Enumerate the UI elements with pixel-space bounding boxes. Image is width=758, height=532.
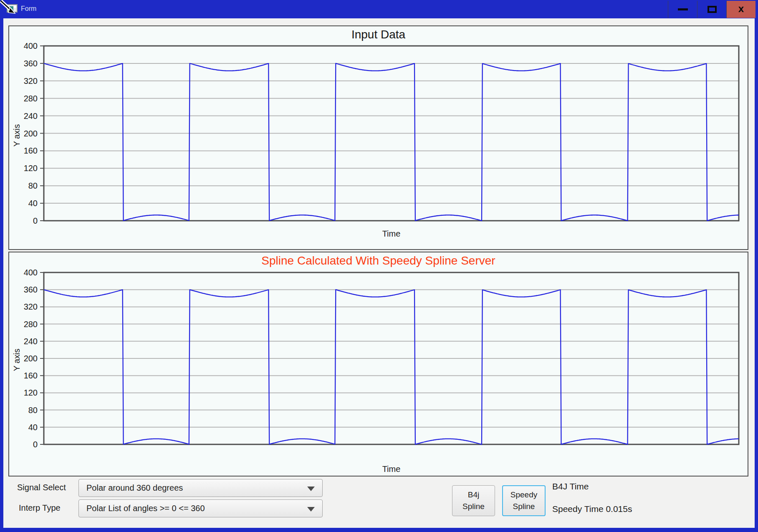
y-axis-label: Y axis [12, 102, 22, 169]
chevron-down-icon [307, 487, 315, 491]
b4j-spline-button-line1: B4j [468, 489, 479, 501]
y-tick-label: 0 [33, 216, 38, 225]
b4j-time-label: B4J Time [552, 482, 589, 492]
signal-select-combobox[interactable]: Polar around 360 degrees [78, 479, 323, 497]
interp-type-label: Interp Type [19, 503, 61, 513]
speedy-time-label: Speedy Time 0.015s [552, 504, 632, 514]
y-tick-label: 200 [24, 129, 38, 138]
y-tick-label: 320 [24, 76, 38, 86]
app-window: Form x 04080120160200240280320360400 Inp… [0, 0, 758, 532]
signal-curve [44, 290, 739, 444]
maximize-button[interactable] [697, 1, 726, 18]
y-tick-label: 360 [24, 59, 38, 68]
chart-title: Input Data [9, 28, 748, 41]
y-tick-label: 0 [33, 440, 38, 449]
y-tick-label: 80 [28, 181, 38, 190]
input-data-chart-panel: 04080120160200240280320360400 Input Data… [8, 25, 748, 250]
window-title: Form [21, 5, 36, 13]
chevron-down-icon [307, 507, 315, 512]
b4j-spline-button-line2: Spline [462, 501, 485, 512]
speedy-spline-button-line1: Speedy [510, 489, 537, 501]
titlebar: Form x [0, 0, 758, 18]
y-tick-label: 240 [24, 111, 38, 121]
y-axis-label: Y axis [12, 327, 22, 393]
close-button[interactable]: x [726, 1, 755, 18]
speedy-spline-button-line2: Spline [513, 501, 535, 512]
y-tick-label: 360 [24, 285, 38, 294]
close-icon: x [738, 4, 744, 14]
maximize-icon [707, 6, 717, 13]
y-tick-label: 400 [24, 268, 38, 277]
minimize-button[interactable] [668, 1, 697, 18]
y-tick-label: 160 [24, 146, 38, 155]
spline-chart: 04080120160200240280320360400 [9, 252, 748, 476]
y-tick-label: 80 [28, 406, 38, 415]
chart-title: Spline Calculated With Speedy Spline Ser… [9, 254, 748, 267]
interp-type-value: Polar List of angles >= 0 <= 360 [86, 500, 205, 517]
speedy-spline-button[interactable]: Speedy Spline [502, 485, 546, 516]
y-tick-label: 240 [24, 337, 38, 346]
y-tick-label: 280 [24, 320, 38, 329]
signal-select-value: Polar around 360 degrees [86, 479, 183, 497]
y-tick-label: 120 [24, 164, 38, 173]
client-area: 04080120160200240280320360400 Input Data… [3, 18, 755, 528]
minimize-icon [678, 8, 688, 10]
signal-curve [44, 63, 739, 221]
interp-type-combobox[interactable]: Polar List of angles >= 0 <= 360 [78, 499, 323, 517]
spline-chart-panel: 04080120160200240280320360400 Spline Cal… [8, 252, 748, 477]
y-tick-label: 40 [28, 199, 38, 208]
y-tick-label: 400 [24, 41, 38, 50]
form-window-icon [7, 4, 18, 13]
input-data-chart: 04080120160200240280320360400 [9, 26, 748, 249]
window-controls: x [668, 1, 755, 18]
y-tick-label: 200 [24, 354, 38, 363]
y-tick-label: 280 [24, 94, 38, 103]
x-axis-label: Time [44, 464, 739, 474]
b4j-spline-button[interactable]: B4j Spline [452, 485, 495, 516]
y-tick-label: 160 [24, 371, 38, 380]
y-tick-label: 120 [24, 388, 38, 397]
signal-select-label: Signal Select [17, 483, 66, 492]
y-tick-label: 40 [28, 423, 38, 432]
y-tick-label: 320 [24, 302, 38, 311]
x-axis-label: Time [44, 229, 739, 239]
